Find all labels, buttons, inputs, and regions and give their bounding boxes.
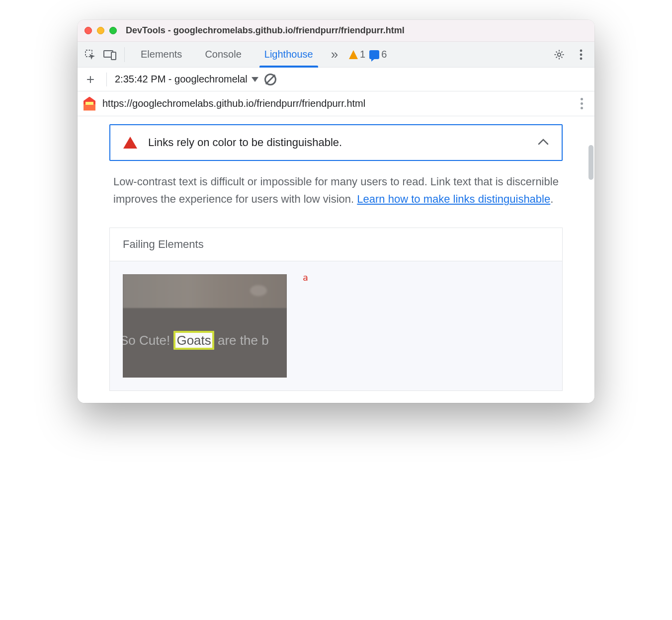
audit-content: Links rely on color to be distinguishabl… — [78, 116, 594, 403]
divider — [124, 47, 125, 62]
scrollbar-thumb[interactable] — [588, 145, 593, 180]
thumbnail-text: So Cute! Goats are the b — [123, 333, 287, 348]
new-report-button[interactable]: + — [83, 72, 98, 87]
audit-title: Links rely on color to be distinguishabl… — [148, 136, 527, 149]
warnings-count: 1 — [360, 49, 365, 60]
chevron-down-icon — [252, 77, 258, 82]
svg-point-3 — [558, 53, 561, 56]
messages-count: 6 — [381, 49, 387, 60]
lighthouse-runbar: + 2:35:42 PM - googlechromelal — [78, 68, 594, 91]
tab-elements[interactable]: Elements — [132, 42, 191, 68]
devtools-window: DevTools - googlechromelabs.github.io/fr… — [78, 20, 594, 403]
lighthouse-icon — [84, 97, 95, 111]
inspect-element-icon[interactable] — [83, 47, 97, 62]
svg-point-4 — [580, 49, 583, 52]
audit-header[interactable]: Links rely on color to be distinguishabl… — [109, 124, 563, 161]
divider — [106, 73, 107, 86]
devtools-tabbar: Elements Console Lighthouse » 1 6 — [78, 42, 594, 68]
clear-icon[interactable] — [264, 74, 276, 85]
highlighted-link: Goats — [173, 331, 214, 350]
report-url: https://googlechromelabs.github.io/frien… — [102, 98, 365, 109]
report-url-bar: https://googlechromelabs.github.io/frien… — [78, 91, 594, 116]
window-title: DevTools - googlechromelabs.github.io/fr… — [126, 25, 405, 36]
failing-elements-body: So Cute! Goats are the b a — [110, 261, 562, 390]
settings-icon[interactable] — [551, 46, 568, 63]
minimize-window-button[interactable] — [97, 27, 104, 34]
audit-description: Low-contrast text is difficult or imposs… — [113, 173, 559, 208]
chevron-up-icon[interactable] — [538, 138, 549, 147]
report-selector-label: 2:35:42 PM - googlechromelal — [115, 74, 248, 85]
audit-description-post: . — [550, 193, 553, 205]
failing-elements-section: Failing Elements So Cute! Goats are the … — [109, 228, 563, 391]
window-titlebar: DevTools - googlechromelabs.github.io/fr… — [78, 20, 594, 42]
svg-point-5 — [580, 53, 583, 56]
failing-elements-heading: Failing Elements — [110, 228, 562, 261]
more-options-icon[interactable] — [573, 46, 589, 63]
report-selector[interactable]: 2:35:42 PM - googlechromelal — [115, 74, 258, 85]
element-tag-name[interactable]: a — [303, 272, 308, 283]
zoom-window-button[interactable] — [109, 27, 117, 34]
window-controls — [84, 27, 117, 34]
more-tabs-button[interactable]: » — [327, 42, 342, 68]
element-thumbnail[interactable]: So Cute! Goats are the b — [123, 274, 287, 378]
tab-console[interactable]: Console — [196, 42, 250, 68]
message-icon — [369, 50, 379, 59]
error-icon — [123, 137, 137, 149]
svg-point-6 — [580, 57, 583, 60]
close-window-button[interactable] — [84, 27, 92, 34]
device-toolbar-icon[interactable] — [102, 47, 117, 62]
svg-rect-2 — [111, 52, 116, 60]
warnings-counter[interactable]: 1 — [349, 49, 365, 60]
report-menu-icon[interactable] — [575, 98, 588, 109]
learn-more-link[interactable]: Learn how to make links distinguishable — [357, 193, 550, 205]
tab-lighthouse[interactable]: Lighthouse — [255, 42, 322, 68]
issue-counters[interactable]: 1 6 — [349, 49, 387, 60]
warning-icon — [349, 50, 358, 59]
messages-counter[interactable]: 6 — [369, 49, 387, 60]
